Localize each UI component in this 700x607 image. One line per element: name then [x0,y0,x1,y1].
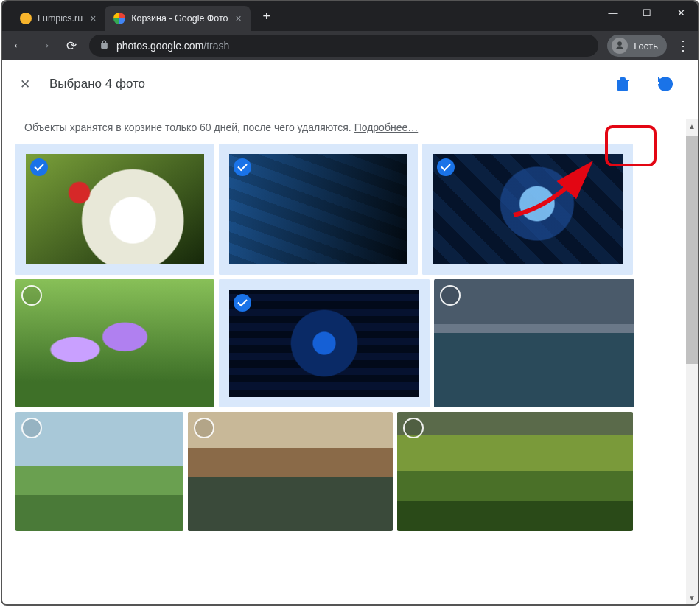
photo-thumbnail[interactable] [397,412,633,531]
tab-title: Корзина - Google Фото [131,13,228,24]
url-path: /trash [203,40,229,52]
checkmark-selected-icon[interactable] [30,158,48,176]
guest-avatar-icon [612,38,628,54]
photo-image [229,154,407,264]
profile-guest-chip[interactable]: Гость [607,35,667,57]
browser-titlebar: — ☐ ✕ Lumpics.ru × Корзина - Google Фото… [2,1,698,31]
restore-button[interactable] [651,69,680,99]
guest-label: Гость [634,41,658,52]
select-circle-icon[interactable] [440,285,461,306]
photo-thumbnail[interactable] [15,144,214,275]
lock-icon [99,40,109,52]
select-circle-icon[interactable] [194,418,214,438]
photo-image [26,154,204,264]
browser-menu-button[interactable]: ⋮ [676,38,690,54]
photo-image [434,279,634,407]
photo-thumbnail[interactable] [188,412,393,531]
scroll-thumb[interactable] [686,136,698,364]
scroll-down-icon[interactable]: ▼ [686,591,698,604]
photo-grid [2,144,698,531]
nav-reload-button[interactable]: ⟳ [63,38,80,54]
photo-image [397,412,633,531]
photo-thumbnail[interactable] [15,412,183,531]
window-close-button[interactable]: ✕ [664,1,698,24]
url-host: photos.google.com [116,40,203,52]
checkmark-selected-icon[interactable] [437,158,455,176]
notice-text: Объекты хранятся в корзине только 60 дне… [24,122,354,133]
photo-thumbnail[interactable] [219,279,430,407]
photo-image [188,412,393,531]
address-bar[interactable]: photos.google.com/trash [89,35,598,57]
photo-thumbnail[interactable] [434,279,634,407]
favicon-google-photos [113,13,125,24]
photo-image [15,279,214,407]
favicon-lumpics [20,13,32,24]
select-circle-icon[interactable] [21,418,42,438]
browser-tab-lumpics[interactable]: Lumpics.ru × [11,6,105,31]
select-circle-icon[interactable] [21,285,42,306]
photo-thumbnail[interactable] [15,279,214,407]
browser-tab-google-photos[interactable]: Корзина - Google Фото × [105,6,250,31]
window-maximize-button[interactable]: ☐ [630,1,664,24]
select-circle-icon[interactable] [403,418,424,438]
photo-thumbnail[interactable] [422,144,633,275]
nav-back-button[interactable]: ← [10,38,27,53]
window-minimize-button[interactable]: — [596,1,630,24]
photo-thumbnail[interactable] [219,144,418,275]
checkmark-selected-icon[interactable] [234,158,251,176]
photo-image [433,154,623,264]
notice-learn-more-link[interactable]: Подробнее… [354,122,419,133]
checkmark-selected-icon[interactable] [234,294,251,312]
tab-close-icon[interactable]: × [90,13,96,24]
photo-image [229,290,419,397]
selection-toolbar: ✕ Выбрано 4 фото [2,60,698,108]
new-tab-button[interactable]: + [256,6,277,27]
delete-forever-button[interactable] [608,69,637,99]
selection-count-text: Выбрано 4 фото [49,77,608,91]
browser-toolbar: ← → ⟳ photos.google.com/trash Гость ⋮ [2,31,698,60]
tab-close-icon[interactable]: × [236,13,242,24]
scrollbar[interactable]: ▲ ▼ [686,119,698,604]
tab-title: Lumpics.ru [38,13,83,24]
scroll-up-icon[interactable]: ▲ [686,119,698,133]
clear-selection-button[interactable]: ✕ [20,77,49,92]
nav-forward-button[interactable]: → [36,38,54,53]
trash-notice: Объекты хранятся в корзине только 60 дне… [2,108,698,144]
